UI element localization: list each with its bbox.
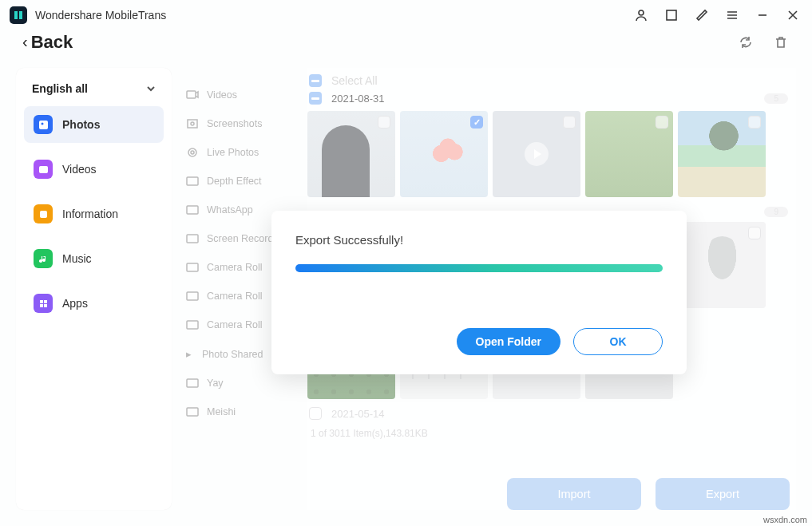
svg-rect-21: [187, 292, 198, 300]
album-item-deptheffect[interactable]: Depth Effect: [186, 167, 301, 196]
album-item-livephotos[interactable]: Live Photos: [186, 138, 301, 167]
svg-point-14: [191, 122, 194, 125]
svg-point-16: [191, 151, 194, 154]
svg-point-5: [41, 122, 43, 125]
export-success-modal: Export Successfully! Open Folder OK: [271, 211, 687, 374]
svg-rect-4: [39, 121, 48, 129]
svg-rect-19: [187, 235, 198, 243]
album-item-screenshots[interactable]: Screenshots: [186, 109, 301, 138]
svg-rect-25: [311, 80, 319, 82]
svg-rect-3: [667, 10, 676, 20]
sidebar: English all Photos Videos Information Mu…: [16, 68, 172, 510]
sidebar-item-videos[interactable]: Videos: [24, 151, 164, 188]
status-text: 1 of 3011 Item(s),143.81KB: [307, 423, 796, 439]
ok-button[interactable]: OK: [573, 328, 663, 355]
back-label: Back: [31, 32, 73, 53]
trash-icon[interactable]: [772, 34, 790, 51]
svg-rect-11: [44, 304, 47, 307]
date-label: 2021-08-31: [331, 93, 385, 105]
date-group-checkbox[interactable]: [309, 407, 322, 420]
thumb-checkbox[interactable]: [470, 116, 483, 129]
svg-point-15: [188, 148, 196, 156]
svg-rect-20: [187, 263, 198, 271]
sidebar-item-music[interactable]: Music: [24, 240, 164, 277]
svg-rect-9: [44, 300, 47, 303]
back-row: ‹ Back: [0, 24, 812, 60]
photo-thumb[interactable]: [400, 111, 488, 197]
svg-rect-6: [39, 166, 48, 173]
thumb-checkbox[interactable]: [378, 116, 390, 129]
dropdown-label: English all: [32, 82, 88, 95]
album-item-videos[interactable]: Videos: [186, 81, 301, 109]
sidebar-item-label: Apps: [62, 297, 88, 310]
refresh-icon[interactable]: [737, 34, 755, 51]
sidebar-item-label: Music: [62, 252, 92, 265]
sidebar-item-label: Information: [62, 208, 118, 220]
chevron-down-icon: [146, 84, 156, 93]
thumb-checkbox[interactable]: [656, 116, 668, 129]
svg-rect-18: [187, 206, 198, 214]
svg-rect-8: [40, 300, 43, 303]
photo-thumb[interactable]: [307, 111, 395, 197]
group-count-pill: 9: [764, 207, 788, 217]
sidebar-item-photos[interactable]: Photos: [24, 106, 164, 143]
svg-rect-12: [187, 91, 196, 98]
svg-rect-17: [187, 177, 198, 185]
caret-right-icon: ▸: [186, 348, 194, 360]
date-group-checkbox[interactable]: [309, 92, 322, 105]
progress-bar: [295, 264, 663, 272]
menu-icon[interactable]: [723, 6, 742, 25]
svg-rect-10: [40, 304, 43, 307]
app-window: Wondershare MobileTrans ‹ Back English a…: [0, 0, 812, 526]
thumb-checkbox[interactable]: [748, 116, 761, 129]
sidebar-item-apps[interactable]: Apps: [24, 285, 164, 322]
sidebar-item-label: Photos: [62, 118, 100, 131]
videos-icon: [34, 160, 53, 179]
minimize-icon[interactable]: [753, 6, 772, 25]
thumbnail-grid: [307, 111, 796, 197]
apps-icon: [34, 294, 53, 313]
photo-thumb[interactable]: [678, 222, 766, 308]
svg-rect-24: [187, 408, 198, 416]
play-icon: [525, 142, 549, 166]
close-icon[interactable]: [783, 6, 802, 25]
svg-rect-13: [188, 120, 197, 128]
svg-rect-26: [311, 97, 319, 100]
chevron-left-icon: ‹: [22, 33, 28, 51]
select-all-checkbox[interactable]: [309, 74, 322, 87]
language-dropdown[interactable]: English all: [24, 82, 164, 106]
date-label: 2021-05-14: [331, 408, 385, 420]
photo-thumb[interactable]: [678, 111, 766, 197]
app-title: Wondershare MobileTrans: [35, 9, 166, 22]
modal-message: Export Successfully!: [295, 233, 663, 247]
svg-rect-1: [19, 11, 22, 19]
album-item-meishi[interactable]: Meishi: [186, 397, 301, 426]
svg-rect-23: [187, 379, 198, 387]
photos-icon: [34, 115, 53, 134]
watermark: wsxdn.com: [763, 515, 807, 524]
app-logo-icon: [10, 6, 27, 24]
import-button[interactable]: Import: [507, 478, 641, 510]
account-icon[interactable]: [632, 6, 651, 25]
thumb-checkbox[interactable]: [563, 116, 576, 129]
sidebar-item-label: Videos: [62, 163, 97, 176]
music-icon: [34, 249, 53, 268]
svg-rect-7: [40, 211, 47, 218]
svg-rect-22: [187, 321, 198, 329]
svg-point-2: [639, 10, 644, 15]
information-icon: [34, 204, 53, 223]
thumb-checkbox[interactable]: [748, 227, 761, 239]
group-count-pill: 5: [764, 93, 788, 104]
sidebar-item-information[interactable]: Information: [24, 196, 164, 232]
back-button[interactable]: ‹ Back: [22, 32, 73, 53]
expand-icon[interactable]: [662, 6, 681, 25]
open-folder-button[interactable]: Open Folder: [457, 328, 560, 355]
svg-rect-0: [14, 11, 18, 19]
video-thumb[interactable]: [493, 111, 580, 197]
titlebar: Wondershare MobileTrans: [0, 0, 812, 24]
feedback-icon[interactable]: [692, 6, 711, 25]
photo-thumb[interactable]: [585, 111, 673, 197]
export-button[interactable]: Export: [656, 478, 790, 510]
select-all-label: Select All: [331, 74, 378, 87]
